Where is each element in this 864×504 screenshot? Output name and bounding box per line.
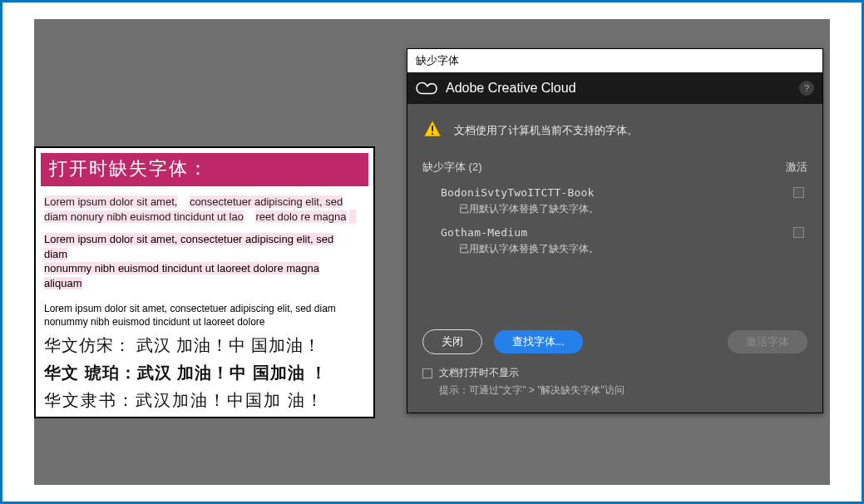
dialog-titlebar[interactable]: 缺少字体	[407, 49, 822, 72]
suppress-checkbox[interactable]	[422, 368, 432, 378]
font-item: BodoniSvtyTwoITCTT-Book 已用默认字体替换了缺失字体。	[422, 183, 807, 223]
doc-paragraph-2: Lorem ipsum dolor sit amet, consectetuer…	[44, 232, 365, 290]
creative-cloud-icon	[416, 79, 437, 97]
font-list-header: 缺少字体 (2) 激活	[422, 160, 807, 178]
font-list: BodoniSvtyTwoITCTT-Book 已用默认字体替换了缺失字体。 G…	[422, 183, 807, 308]
doc-paragraph-3: Lorem ipsum dolor sit amet, consectetuer…	[44, 302, 365, 329]
doc-row-lishu: 华文隶书：武汉加油！中国加 油！	[44, 389, 365, 412]
missing-count-label: 缺少字体 (2)	[422, 160, 482, 175]
font-sub-text: 已用默认字体替换了缺失字体。	[426, 242, 804, 256]
app-canvas: 打开时缺失字体： Lorem ipsum dolor sit amet, con…	[34, 19, 830, 485]
suppress-row: 文档打开时不显示	[422, 366, 807, 380]
dialog-footer: 关闭 查找字体... 激活字体 文档打开时不显示 提示：可通过"文字" > "解…	[407, 318, 822, 413]
activate-checkbox[interactable]	[793, 187, 804, 198]
font-name: BodoniSvtyTwoITCTT-Book	[441, 186, 595, 199]
font-item: Gotham-Medium 已用默认字体替换了缺失字体。	[422, 223, 807, 263]
doc-row-fangsong: 华文仿宋： 武汉 加油！中 国加油！	[44, 334, 365, 357]
button-row: 关闭 查找字体... 激活字体	[422, 329, 807, 354]
help-icon[interactable]: ?	[799, 81, 814, 96]
warning-icon	[422, 119, 442, 141]
svg-rect-1	[432, 133, 433, 135]
doc-paragraph-1: Lorem ipsum dolor sit amet, consectetuer…	[44, 195, 365, 224]
document-preview: 打开时缺失字体： Lorem ipsum dolor sit amet, con…	[34, 146, 375, 418]
font-sub-text: 已用默认字体替换了缺失字体。	[426, 202, 804, 216]
hint-text: 提示：可通过"文字" > "解决缺失字体"访问	[422, 383, 807, 398]
suppress-label: 文档打开时不显示	[439, 366, 519, 380]
outer-frame: 打开时缺失字体： Lorem ipsum dolor sit amet, con…	[0, 0, 864, 504]
missing-fonts-dialog: 缺少字体 Adobe Creative Cloud ? 文档使用了计算机当前不支…	[407, 48, 823, 413]
activate-fonts-button: 激活字体	[728, 330, 807, 353]
warning-row: 文档使用了计算机当前不支持的字体。	[422, 119, 807, 141]
font-name: Gotham-Medium	[441, 226, 527, 239]
doc-heading: 打开时缺失字体：	[41, 153, 368, 186]
dialog-header: Adobe Creative Cloud ?	[407, 72, 822, 104]
activate-col-label: 激活	[786, 160, 807, 175]
doc-row-hupo: 华文 琥珀：武汉 加油！中 国加油 ！	[44, 362, 365, 384]
find-fonts-button[interactable]: 查找字体...	[494, 330, 583, 353]
dialog-header-title: Adobe Creative Cloud	[446, 81, 791, 96]
svg-rect-0	[432, 126, 433, 131]
warning-text: 文档使用了计算机当前不支持的字体。	[454, 123, 638, 138]
activate-checkbox[interactable]	[793, 227, 804, 238]
close-button[interactable]: 关闭	[422, 329, 482, 354]
dialog-body: 文档使用了计算机当前不支持的字体。 缺少字体 (2) 激活 BodoniSvty…	[407, 104, 822, 318]
